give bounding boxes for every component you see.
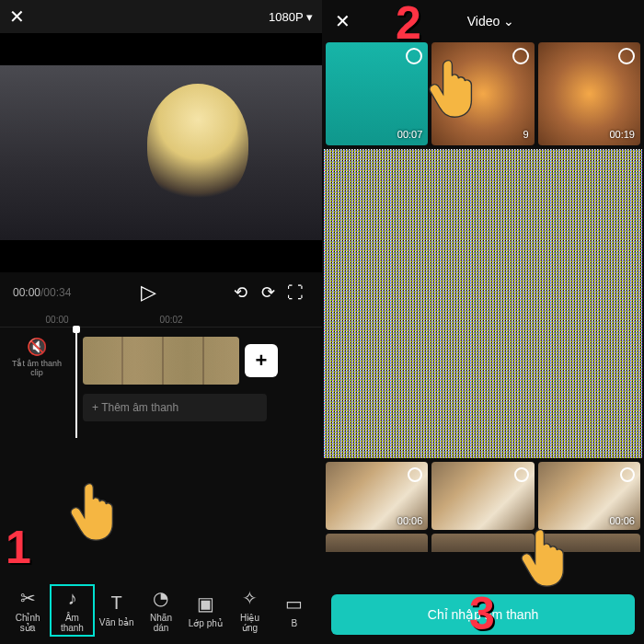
media-type-dropdown[interactable]: Video⌄	[467, 14, 515, 29]
tool-icon: ▭	[276, 592, 313, 615]
tool-chỉnh-sửa[interactable]: ✂Chỉnh sửa	[6, 583, 50, 637]
add-clip-button[interactable]: +	[245, 344, 278, 377]
play-button[interactable]: ▷	[135, 281, 163, 305]
timeline[interactable]: 🔇 Tắt âm thanh clip + + Thêm âm thanh	[0, 328, 322, 438]
tool-icon: ✂	[9, 587, 46, 609]
tool-icon: ♪	[53, 588, 90, 609]
video-clip[interactable]	[83, 337, 239, 385]
video-thumb[interactable]	[431, 462, 534, 530]
video-thumbs-row: 00:06 00:06	[322, 458, 644, 534]
tool-b[interactable]: ▭B	[272, 589, 316, 632]
picker-top-bar: ✕ Video⌄	[322, 0, 644, 42]
top-bar: ✕ 1080P ▾	[0, 0, 322, 33]
tool-lớp-phủ[interactable]: ▣Lớp phủ	[183, 589, 227, 632]
editor-screen: ✕ 1080P ▾ 00:00/00:34 ▷ ⟲ ⟳ ⛶ 00:00 00:0…	[0, 0, 322, 644]
mute-clip-button[interactable]: 🔇 Tắt âm thanh clip	[9, 337, 64, 377]
video-picker-screen: ✕ Video⌄ 00:07 9 00:19 00:06 00:06 Chỉ n…	[322, 0, 644, 644]
fullscreen-button[interactable]: ⛶	[282, 283, 309, 303]
tool-icon: ✧	[231, 587, 268, 609]
tool-icon: T	[98, 592, 135, 614]
undo-button[interactable]: ⟲	[226, 282, 254, 303]
chevron-down-icon: ⌄	[503, 14, 514, 29]
add-audio-button[interactable]: + Thêm âm thanh	[83, 394, 267, 421]
tool-văn-bản[interactable]: TVăn bản	[95, 589, 139, 631]
video-thumb[interactable]: 00:07	[326, 42, 428, 145]
tool-hiệu-ứng[interactable]: ✧Hiệu ứng	[227, 583, 271, 637]
timecode: 00:00/00:34	[13, 286, 71, 299]
import-audio-button[interactable]: Chỉ nhập âm thanh	[331, 594, 635, 635]
close-button[interactable]: ✕	[9, 6, 25, 28]
tool-icon: ◔	[143, 587, 179, 609]
mute-icon: 🔇	[9, 337, 64, 357]
tool-nhãn-dán[interactable]: ◔Nhãn dán	[139, 583, 183, 637]
video-thumb[interactable]: 00:06	[326, 462, 428, 530]
tool-icon: ▣	[187, 592, 224, 615]
video-grid-static[interactable]	[324, 149, 642, 458]
tool-âm-thanh[interactable]: ♪Âm thanh	[50, 584, 94, 637]
video-thumb[interactable]: 00:06	[538, 462, 640, 530]
video-preview[interactable]	[0, 33, 322, 272]
time-ruler: 00:00 00:02 .	[0, 313, 322, 328]
select-ring-icon	[406, 48, 422, 64]
tool-bar: ✂Chỉnh sửa♪Âm thanhTVăn bản◔Nhãn dán▣Lớp…	[0, 576, 322, 644]
resolution-dropdown[interactable]: 1080P ▾	[269, 10, 313, 24]
video-thumb[interactable]: 00:19	[538, 42, 640, 145]
redo-button[interactable]: ⟳	[254, 282, 282, 303]
picker-close-button[interactable]: ✕	[335, 10, 351, 32]
playback-controls: 00:00/00:34 ▷ ⟲ ⟳ ⛶	[0, 272, 322, 313]
video-thumb[interactable]: 9	[431, 42, 534, 145]
video-thumbs-row: 00:07 9 00:19	[322, 42, 644, 149]
